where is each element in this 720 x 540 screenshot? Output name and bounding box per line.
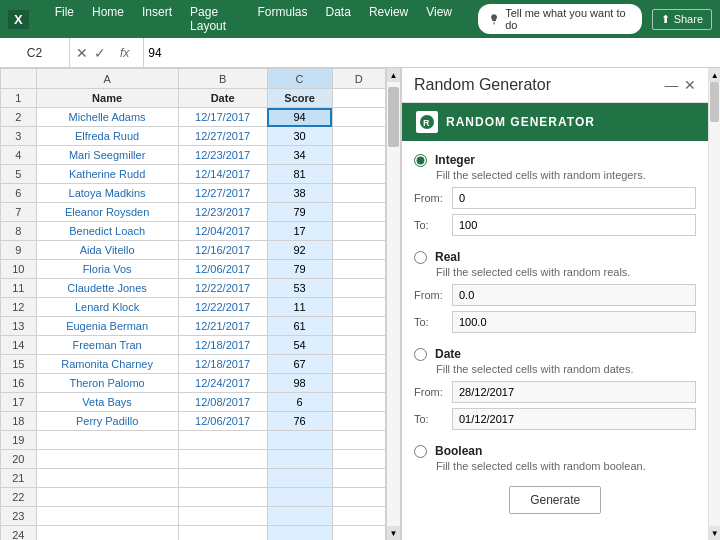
name-cell[interactable] (36, 526, 178, 541)
score-cell[interactable]: 53 (267, 279, 332, 298)
score-cell[interactable] (267, 450, 332, 469)
d-cell[interactable] (332, 336, 385, 355)
score-cell[interactable]: 94 (267, 108, 332, 127)
date-cell[interactable]: 12/17/2017 (178, 108, 267, 127)
d-cell[interactable] (332, 279, 385, 298)
score-cell[interactable]: 11 (267, 298, 332, 317)
name-cell[interactable]: Freeman Tran (36, 336, 178, 355)
radio-boolean[interactable] (414, 445, 427, 458)
date-cell[interactable]: 12/16/2017 (178, 241, 267, 260)
from-input-integer[interactable] (452, 187, 696, 209)
date-cell[interactable]: 12/04/2017 (178, 222, 267, 241)
d-cell[interactable] (332, 412, 385, 431)
date-cell[interactable]: 12/14/2017 (178, 165, 267, 184)
name-cell[interactable]: Claudette Jones (36, 279, 178, 298)
date-cell[interactable]: 12/22/2017 (178, 298, 267, 317)
date-cell[interactable]: Date (178, 89, 267, 108)
date-cell[interactable] (178, 526, 267, 541)
score-cell[interactable]: 79 (267, 203, 332, 222)
name-cell[interactable]: Aida Vitello (36, 241, 178, 260)
from-input-real[interactable] (452, 284, 696, 306)
date-cell[interactable]: 12/06/2017 (178, 412, 267, 431)
d-cell[interactable] (332, 507, 385, 526)
d-cell[interactable] (332, 241, 385, 260)
menu-data[interactable]: Data (318, 1, 359, 37)
panel-scroll-thumb[interactable] (710, 82, 719, 122)
formula-input[interactable] (144, 46, 720, 60)
d-cell[interactable] (332, 108, 385, 127)
radio-integer[interactable] (414, 154, 427, 167)
score-cell[interactable]: 38 (267, 184, 332, 203)
date-cell[interactable]: 12/18/2017 (178, 355, 267, 374)
name-cell[interactable]: Katherine Rudd (36, 165, 178, 184)
date-cell[interactable]: 12/23/2017 (178, 203, 267, 222)
date-cell[interactable]: 12/21/2017 (178, 317, 267, 336)
name-cell[interactable]: Latoya Madkins (36, 184, 178, 203)
score-cell[interactable] (267, 507, 332, 526)
to-input-integer[interactable] (452, 214, 696, 236)
name-cell[interactable]: Eugenia Berman (36, 317, 178, 336)
name-cell[interactable] (36, 507, 178, 526)
name-cell[interactable]: Mari Seegmiller (36, 146, 178, 165)
score-cell[interactable]: 98 (267, 374, 332, 393)
d-cell[interactable] (332, 431, 385, 450)
radio-date[interactable] (414, 348, 427, 361)
name-cell[interactable]: Theron Palomo (36, 374, 178, 393)
score-cell[interactable]: 30 (267, 127, 332, 146)
confirm-icon[interactable]: ✓ (94, 45, 106, 61)
name-cell[interactable] (36, 488, 178, 507)
cell-reference[interactable]: C2 (0, 38, 70, 67)
scroll-thumb[interactable] (388, 87, 399, 147)
to-input-real[interactable] (452, 311, 696, 333)
date-cell[interactable]: 12/27/2017 (178, 184, 267, 203)
name-cell[interactable]: Benedict Loach (36, 222, 178, 241)
name-cell[interactable]: Elfreda Ruud (36, 127, 178, 146)
d-cell[interactable] (332, 127, 385, 146)
menu-home[interactable]: Home (84, 1, 132, 37)
date-cell[interactable] (178, 431, 267, 450)
name-cell[interactable] (36, 431, 178, 450)
score-cell[interactable]: 61 (267, 317, 332, 336)
date-cell[interactable] (178, 450, 267, 469)
name-cell[interactable] (36, 450, 178, 469)
date-cell[interactable] (178, 469, 267, 488)
share-button[interactable]: ⬆ Share (652, 9, 712, 30)
score-cell[interactable] (267, 488, 332, 507)
d-cell[interactable] (332, 89, 385, 108)
d-cell[interactable] (332, 184, 385, 203)
scroll-down-btn[interactable]: ▼ (387, 526, 401, 540)
score-cell[interactable] (267, 526, 332, 541)
name-cell[interactable]: Michelle Adams (36, 108, 178, 127)
menu-review[interactable]: Review (361, 1, 416, 37)
score-cell[interactable] (267, 431, 332, 450)
score-cell[interactable]: 92 (267, 241, 332, 260)
score-cell[interactable]: 81 (267, 165, 332, 184)
panel-close-icon[interactable]: ✕ (684, 77, 696, 93)
col-header-a[interactable]: A (36, 69, 178, 89)
name-cell[interactable]: Lenard Klock (36, 298, 178, 317)
panel-minimize-icon[interactable]: — (664, 77, 678, 93)
radio-real[interactable] (414, 251, 427, 264)
d-cell[interactable] (332, 146, 385, 165)
score-cell[interactable]: 67 (267, 355, 332, 374)
name-cell[interactable]: Veta Bays (36, 393, 178, 412)
from-input-date[interactable] (452, 381, 696, 403)
score-cell[interactable]: 17 (267, 222, 332, 241)
d-cell[interactable] (332, 355, 385, 374)
date-cell[interactable]: 12/08/2017 (178, 393, 267, 412)
d-cell[interactable] (332, 450, 385, 469)
score-cell[interactable]: 76 (267, 412, 332, 431)
d-cell[interactable] (332, 260, 385, 279)
menu-file[interactable]: File (47, 1, 82, 37)
score-cell[interactable]: 6 (267, 393, 332, 412)
d-cell[interactable] (332, 222, 385, 241)
name-cell[interactable]: Name (36, 89, 178, 108)
name-cell[interactable]: Ramonita Charney (36, 355, 178, 374)
to-input-date[interactable] (452, 408, 696, 430)
menu-page-layout[interactable]: Page Layout (182, 1, 247, 37)
score-cell[interactable]: 54 (267, 336, 332, 355)
panel-scrollbar[interactable]: ▲ ▼ (708, 68, 720, 540)
col-header-b[interactable]: B (178, 69, 267, 89)
menu-insert[interactable]: Insert (134, 1, 180, 37)
menu-view[interactable]: View (418, 1, 460, 37)
